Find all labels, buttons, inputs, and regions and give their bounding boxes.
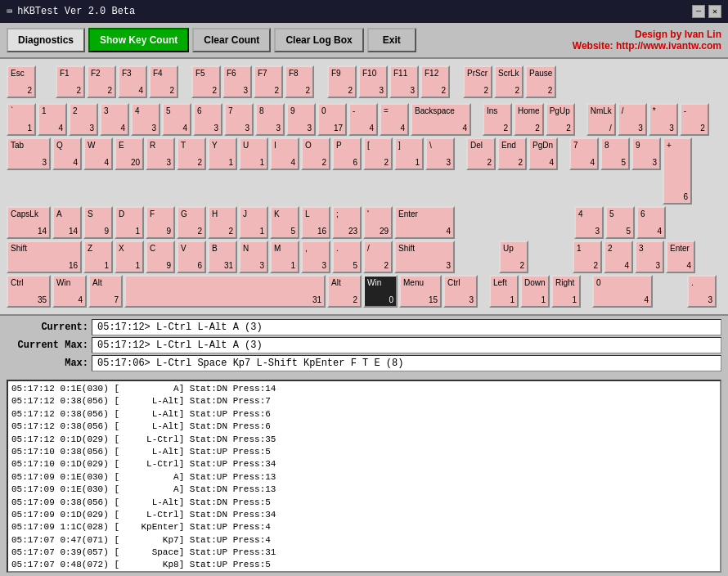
key-f5[interactable]: F52 (191, 65, 221, 98)
close-button[interactable]: ✕ (708, 5, 721, 18)
key-numenter[interactable]: Enter4 (666, 241, 695, 273)
key-rctrl[interactable]: Ctrl3 (443, 275, 478, 308)
key-2[interactable]: 23 (69, 103, 98, 136)
key-up[interactable]: Up2 (499, 241, 528, 273)
key-n[interactable]: N3 (239, 241, 268, 273)
key-6[interactable]: 63 (193, 103, 222, 136)
key-num7[interactable]: 74 (569, 137, 599, 170)
key-num6[interactable]: 64 (636, 206, 666, 239)
key-menu[interactable]: Menu15 (399, 275, 442, 308)
key-t[interactable]: T2 (177, 137, 206, 170)
key-semicolon[interactable]: ;23 (332, 206, 362, 239)
key-numlk[interactable]: NmLk/ (586, 103, 616, 136)
key-7[interactable]: 73 (224, 103, 254, 136)
key-f6[interactable]: F63 (222, 65, 252, 98)
key-m[interactable]: M1 (270, 241, 299, 273)
key-v[interactable]: V6 (177, 241, 206, 273)
key-e[interactable]: E20 (115, 137, 144, 170)
show-key-count-button[interactable]: Show Key Count (88, 28, 189, 52)
key-f10[interactable]: F103 (358, 65, 388, 98)
key-f9[interactable]: F92 (327, 65, 357, 98)
key-num8[interactable]: 85 (600, 137, 630, 170)
key-num1[interactable]: 12 (573, 241, 602, 273)
key-numplus[interactable]: +6 (663, 137, 692, 205)
key-f1[interactable]: F12 (56, 65, 85, 98)
key-f4[interactable]: F42 (149, 65, 178, 98)
key-g[interactable]: G2 (177, 206, 206, 239)
clear-count-button[interactable]: Clear Count (192, 28, 271, 52)
key-numdot[interactable]: .3 (687, 275, 717, 308)
key-down[interactable]: Down1 (520, 275, 550, 308)
key-minus[interactable]: -4 (348, 103, 378, 136)
key-rwin[interactable]: Win0 (363, 275, 398, 308)
key-o[interactable]: O2 (301, 137, 330, 170)
key-s[interactable]: S9 (83, 206, 113, 239)
key-0[interactable]: 017 (317, 103, 347, 136)
key-y[interactable]: Y1 (208, 137, 237, 170)
key-esc[interactable]: Esc2 (7, 65, 36, 98)
key-r[interactable]: R3 (146, 137, 175, 170)
key-f8[interactable]: F82 (285, 65, 314, 98)
key-pause[interactable]: Pause2 (525, 65, 556, 98)
key-f3[interactable]: F34 (118, 65, 147, 98)
minimize-button[interactable]: ─ (692, 5, 705, 18)
key-num2[interactable]: 24 (604, 241, 633, 273)
key-f2[interactable]: F22 (87, 65, 116, 98)
key-backspace[interactable]: Backspace4 (411, 103, 471, 136)
key-num5[interactable]: 55 (605, 206, 635, 239)
key-pgdn[interactable]: PgDn4 (528, 137, 558, 170)
key-lalt[interactable]: Alt7 (88, 275, 123, 308)
key-equals[interactable]: =4 (380, 103, 409, 136)
key-lctrl[interactable]: Ctrl35 (7, 275, 51, 308)
key-numslash[interactable]: /3 (618, 103, 647, 136)
key-a[interactable]: A14 (52, 206, 82, 239)
key-delete[interactable]: Del2 (466, 137, 496, 170)
key-5[interactable]: 54 (162, 103, 191, 136)
key-rbracket[interactable]: ]1 (394, 137, 424, 170)
key-enter[interactable]: Enter4 (394, 206, 455, 239)
key-rshift[interactable]: Shift3 (394, 241, 455, 273)
key-backslash[interactable]: \3 (425, 137, 455, 170)
key-tab[interactable]: Tab3 (7, 137, 51, 170)
key-b[interactable]: B31 (208, 241, 237, 273)
key-4[interactable]: 43 (131, 103, 160, 136)
key-left[interactable]: Left1 (489, 275, 519, 308)
key-slash[interactable]: /2 (363, 241, 393, 273)
key-scrlk[interactable]: ScrLk2 (494, 65, 524, 98)
key-space[interactable]: 31 (124, 275, 326, 308)
key-lbracket[interactable]: [2 (363, 137, 393, 170)
key-f[interactable]: F9 (146, 206, 175, 239)
key-backtick[interactable]: `1 (7, 103, 36, 136)
key-f11[interactable]: F113 (389, 65, 419, 98)
key-c[interactable]: C9 (146, 241, 175, 273)
key-period[interactable]: .5 (332, 241, 362, 273)
key-capslock[interactable]: CapsLk14 (7, 206, 51, 239)
key-lwin[interactable]: Win4 (52, 275, 87, 308)
key-z[interactable]: Z1 (83, 241, 113, 273)
key-quote[interactable]: '29 (363, 206, 393, 239)
clear-log-box-button[interactable]: Clear Log Box (274, 28, 363, 52)
key-j[interactable]: J1 (239, 206, 268, 239)
key-comma[interactable]: ,3 (301, 241, 330, 273)
key-ralt[interactable]: Alt2 (327, 275, 362, 308)
exit-button[interactable]: Exit (367, 28, 416, 52)
key-num9[interactable]: 93 (631, 137, 661, 170)
key-home[interactable]: Home2 (514, 103, 544, 136)
key-num3[interactable]: 33 (635, 241, 664, 273)
key-p[interactable]: P6 (332, 137, 362, 170)
key-insert[interactable]: Ins2 (483, 103, 512, 136)
key-l[interactable]: L16 (301, 206, 330, 239)
key-pgup[interactable]: PgUp2 (546, 103, 575, 136)
key-numstar[interactable]: *3 (649, 103, 678, 136)
key-8[interactable]: 83 (255, 103, 285, 136)
key-right[interactable]: Right1 (551, 275, 581, 308)
key-num4[interactable]: 43 (574, 206, 604, 239)
key-f7[interactable]: F72 (254, 65, 283, 98)
key-end[interactable]: End2 (497, 137, 527, 170)
key-x[interactable]: X1 (115, 241, 144, 273)
key-i[interactable]: I4 (270, 137, 299, 170)
key-lshift[interactable]: Shift16 (7, 241, 82, 273)
key-f12[interactable]: F122 (420, 65, 450, 98)
key-d[interactable]: D1 (115, 206, 144, 239)
key-numminus[interactable]: -2 (680, 103, 709, 136)
